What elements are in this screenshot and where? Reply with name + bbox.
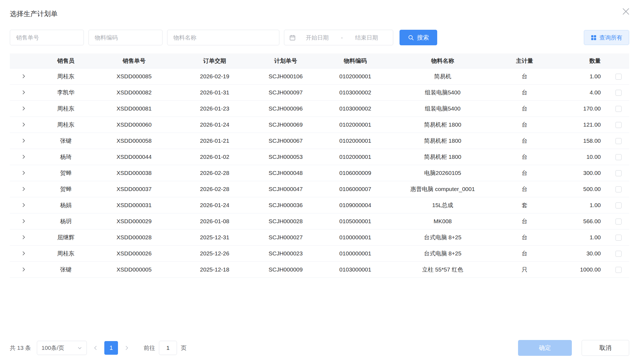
expand-row-button[interactable] <box>20 169 27 177</box>
chevron-right-icon <box>21 138 26 143</box>
cell-salesperson: 周桂东 <box>37 100 94 117</box>
expand-row-button[interactable] <box>20 73 27 80</box>
row-checkbox[interactable] <box>616 202 622 208</box>
page-number-1[interactable]: 1 <box>104 341 118 355</box>
expand-row-button[interactable] <box>20 217 27 225</box>
cell-qty: 1.00 <box>559 229 608 245</box>
cell-sales-order: XSDD000085 <box>94 68 174 84</box>
cell-plan-no: SCJH000023 <box>256 245 316 261</box>
row-checkbox[interactable] <box>616 122 622 128</box>
table-row: 张键 XSDD000058 2026-01-21 SCJH000067 0102… <box>10 133 629 149</box>
cell-sales-order: XSDD000060 <box>94 117 174 133</box>
sales-order-input[interactable] <box>10 30 84 45</box>
expand-row-button[interactable] <box>20 201 27 209</box>
row-checkbox[interactable] <box>616 267 622 273</box>
cell-salesperson: 周桂东 <box>37 117 94 133</box>
query-all-button[interactable]: 查询所有 <box>584 30 629 45</box>
cell-unit: 台 <box>490 133 559 149</box>
cell-sales-order: XSDD000038 <box>94 165 174 181</box>
table-row: 周桂东 XSDD000085 2026-02-19 SCJH000106 010… <box>10 68 629 84</box>
close-button[interactable] <box>620 5 632 17</box>
row-checkbox[interactable] <box>616 106 622 112</box>
query-all-button-label: 查询所有 <box>599 34 622 41</box>
date-start-placeholder: 开始日期 <box>296 34 339 41</box>
cell-checkbox <box>608 213 629 229</box>
material-code-input[interactable] <box>88 30 162 45</box>
row-checkbox[interactable] <box>616 170 622 176</box>
cell-sales-order: XSDD000037 <box>94 181 174 197</box>
row-checkbox[interactable] <box>616 219 622 225</box>
cell-sales-order: XSDD000029 <box>94 213 174 229</box>
cell-salesperson: 周桂东 <box>37 68 94 84</box>
close-icon <box>622 8 629 15</box>
chevron-right-icon <box>21 154 26 159</box>
cell-delivery-date: 2025-12-18 <box>174 261 256 278</box>
row-checkbox[interactable] <box>616 74 622 80</box>
cell-qty: 1000.00 <box>559 261 608 278</box>
expand-row-button[interactable] <box>20 250 27 257</box>
expand-row-button[interactable] <box>20 234 27 241</box>
table-row: 周桂东 XSDD000081 2026-01-23 SCJH000096 010… <box>10 100 629 117</box>
cell-salesperson: 张键 <box>37 261 94 278</box>
chevron-down-icon <box>77 345 82 350</box>
cell-expand <box>10 261 37 278</box>
cell-salesperson: 张键 <box>37 133 94 149</box>
table-row: 李凯华 XSDD000082 2026-01-31 SCJH000097 010… <box>10 84 629 100</box>
row-checkbox[interactable] <box>616 90 622 96</box>
cell-material-code: 0102000001 <box>316 133 395 149</box>
cell-unit: 套 <box>490 197 559 213</box>
expand-row-button[interactable] <box>20 153 27 160</box>
pagination: 共 13 条 100条/页 1 前往 页 <box>10 341 187 355</box>
row-checkbox[interactable] <box>616 235 622 241</box>
cell-salesperson: 杨娟 <box>37 197 94 213</box>
expand-row-button[interactable] <box>20 185 27 193</box>
header-material-code: 物料编码 <box>316 53 395 68</box>
cell-delivery-date: 2026-01-02 <box>174 149 256 165</box>
cell-salesperson: 屈继辉 <box>37 229 94 245</box>
cell-material-code: 0109000004 <box>316 197 395 213</box>
date-range-picker[interactable]: 开始日期 - 结束日期 <box>284 30 393 45</box>
cell-checkbox <box>608 197 629 213</box>
table-row: 周桂东 XSDD000060 2026-01-24 SCJH000069 010… <box>10 117 629 133</box>
cell-material-code: 0105000001 <box>316 213 395 229</box>
date-separator: - <box>339 34 345 41</box>
chevron-right-icon <box>21 202 26 208</box>
cancel-button[interactable]: 取消 <box>582 340 629 356</box>
chevron-right-icon <box>21 74 26 79</box>
chevron-right-icon <box>21 170 26 175</box>
row-checkbox[interactable] <box>616 154 622 160</box>
table-row: 贺蝉 XSDD000037 2026-02-28 SCJH000047 0106… <box>10 181 629 197</box>
cell-checkbox <box>608 229 629 245</box>
cell-qty: 30.00 <box>559 245 608 261</box>
cell-sales-order: XSDD000026 <box>94 245 174 261</box>
expand-row-button[interactable] <box>20 121 27 128</box>
search-button[interactable]: 搜索 <box>400 30 437 45</box>
cell-plan-no: SCJH000027 <box>256 229 316 245</box>
expand-row-button[interactable] <box>20 105 27 112</box>
header-delivery-date: 订单交期 <box>174 53 256 68</box>
footer-buttons: 确定 取消 <box>518 340 629 356</box>
cell-material-name: 惠普电脑 computer_0001 <box>395 181 490 197</box>
cell-checkbox <box>608 181 629 197</box>
row-checkbox[interactable] <box>616 138 622 144</box>
row-checkbox[interactable] <box>616 251 622 257</box>
cell-plan-no: SCJH000096 <box>256 100 316 117</box>
cell-delivery-date: 2026-01-08 <box>174 213 256 229</box>
search-button-label: 搜索 <box>417 34 429 42</box>
cell-unit: 台 <box>490 68 559 84</box>
prev-page-button[interactable] <box>88 341 103 355</box>
expand-row-button[interactable] <box>20 266 27 273</box>
next-page-button[interactable] <box>120 341 134 355</box>
cell-qty: 1.00 <box>559 197 608 213</box>
material-name-input[interactable] <box>167 30 279 45</box>
expand-row-button[interactable] <box>20 137 27 144</box>
row-checkbox[interactable] <box>616 186 622 192</box>
chevron-right-icon <box>21 235 26 240</box>
page-size-select[interactable]: 100条/页 <box>37 341 87 355</box>
cell-expand <box>10 165 37 181</box>
goto-page-input[interactable] <box>159 341 177 355</box>
expand-row-button[interactable] <box>20 89 27 96</box>
confirm-button[interactable]: 确定 <box>518 340 572 356</box>
cell-unit: 台 <box>490 100 559 117</box>
cell-delivery-date: 2026-01-24 <box>174 197 256 213</box>
